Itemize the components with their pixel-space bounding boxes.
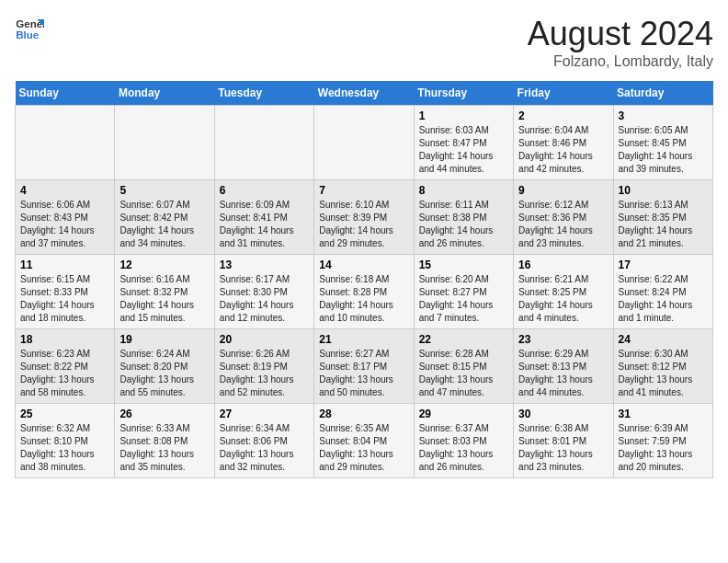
day-number: 9: [518, 184, 608, 197]
weekday-header-sunday: Sunday: [16, 81, 115, 106]
day-number: 14: [319, 259, 408, 271]
day-number: 22: [419, 333, 508, 346]
day-number: 6: [220, 184, 309, 197]
day-number: 18: [20, 333, 109, 346]
calendar-cell: 21Sunrise: 6:27 AM Sunset: 8:17 PM Dayli…: [314, 329, 414, 404]
calendar-cell: 29Sunrise: 6:37 AM Sunset: 8:03 PM Dayli…: [414, 404, 513, 478]
day-number: 10: [619, 184, 708, 197]
day-info: Sunrise: 6:30 AM Sunset: 8:12 PM Dayligh…: [619, 349, 693, 397]
calendar-cell: 16Sunrise: 6:21 AM Sunset: 8:25 PM Dayli…: [514, 255, 613, 329]
day-info: Sunrise: 6:32 AM Sunset: 8:10 PM Dayligh…: [20, 423, 95, 472]
weekday-header-wednesday: Wednesday: [314, 81, 414, 106]
day-info: Sunrise: 6:03 AM Sunset: 8:47 PM Dayligh…: [419, 125, 494, 174]
day-number: 20: [220, 333, 309, 346]
day-number: 1: [419, 109, 508, 122]
day-number: 5: [119, 184, 209, 197]
day-number: 3: [619, 109, 708, 122]
day-info: Sunrise: 6:24 AM Sunset: 8:20 PM Dayligh…: [119, 349, 194, 397]
calendar-cell: 30Sunrise: 6:38 AM Sunset: 8:01 PM Dayli…: [514, 404, 613, 478]
svg-text:Blue: Blue: [16, 29, 40, 40]
day-info: Sunrise: 6:33 AM Sunset: 8:08 PM Dayligh…: [119, 423, 194, 472]
logo: General Blue: [15, 15, 44, 44]
page-header: General Blue August 2024 Folzano, Lombar…: [15, 15, 713, 70]
day-info: Sunrise: 6:17 AM Sunset: 8:30 PM Dayligh…: [220, 274, 294, 323]
calendar-cell: 10Sunrise: 6:13 AM Sunset: 8:35 PM Dayli…: [613, 180, 712, 255]
day-number: 25: [20, 408, 109, 420]
calendar-cell: 8Sunrise: 6:11 AM Sunset: 8:38 PM Daylig…: [414, 180, 513, 255]
calendar-cell: 28Sunrise: 6:35 AM Sunset: 8:04 PM Dayli…: [314, 404, 414, 478]
calendar-cell: 25Sunrise: 6:32 AM Sunset: 8:10 PM Dayli…: [16, 404, 115, 478]
day-info: Sunrise: 6:10 AM Sunset: 8:39 PM Dayligh…: [319, 200, 393, 248]
calendar-cell: 9Sunrise: 6:12 AM Sunset: 8:36 PM Daylig…: [514, 180, 613, 255]
day-info: Sunrise: 6:11 AM Sunset: 8:38 PM Dayligh…: [419, 200, 494, 248]
day-number: 24: [619, 333, 708, 346]
day-info: Sunrise: 6:34 AM Sunset: 8:06 PM Dayligh…: [220, 423, 294, 472]
calendar-table: SundayMondayTuesdayWednesdayThursdayFrid…: [15, 81, 713, 478]
day-info: Sunrise: 6:39 AM Sunset: 7:59 PM Dayligh…: [619, 423, 693, 472]
calendar-cell: [314, 106, 414, 180]
calendar-cell: 4Sunrise: 6:06 AM Sunset: 8:43 PM Daylig…: [16, 180, 115, 255]
month-title: August 2024: [528, 15, 713, 53]
calendar-cell: 15Sunrise: 6:20 AM Sunset: 8:27 PM Dayli…: [414, 255, 513, 329]
day-info: Sunrise: 6:28 AM Sunset: 8:15 PM Dayligh…: [419, 349, 494, 397]
day-info: Sunrise: 6:22 AM Sunset: 8:24 PM Dayligh…: [619, 274, 693, 323]
week-row-2: 4Sunrise: 6:06 AM Sunset: 8:43 PM Daylig…: [16, 180, 713, 255]
day-info: Sunrise: 6:16 AM Sunset: 8:32 PM Dayligh…: [119, 274, 194, 323]
day-info: Sunrise: 6:27 AM Sunset: 8:17 PM Dayligh…: [319, 349, 393, 397]
calendar-cell: [115, 106, 214, 180]
day-info: Sunrise: 6:06 AM Sunset: 8:43 PM Dayligh…: [20, 200, 95, 248]
day-info: Sunrise: 6:15 AM Sunset: 8:33 PM Dayligh…: [20, 274, 95, 323]
week-row-5: 25Sunrise: 6:32 AM Sunset: 8:10 PM Dayli…: [16, 404, 713, 478]
day-info: Sunrise: 6:38 AM Sunset: 8:01 PM Dayligh…: [518, 423, 593, 472]
day-info: Sunrise: 6:05 AM Sunset: 8:45 PM Dayligh…: [619, 125, 693, 174]
day-info: Sunrise: 6:29 AM Sunset: 8:13 PM Dayligh…: [518, 349, 593, 397]
day-info: Sunrise: 6:09 AM Sunset: 8:41 PM Dayligh…: [220, 200, 294, 248]
day-info: Sunrise: 6:13 AM Sunset: 8:35 PM Dayligh…: [619, 200, 693, 248]
weekday-header-monday: Monday: [115, 81, 214, 106]
day-number: 2: [518, 109, 608, 122]
calendar-cell: 6Sunrise: 6:09 AM Sunset: 8:41 PM Daylig…: [214, 180, 313, 255]
day-info: Sunrise: 6:23 AM Sunset: 8:22 PM Dayligh…: [20, 349, 95, 397]
day-number: 19: [119, 333, 209, 346]
day-info: Sunrise: 6:26 AM Sunset: 8:19 PM Dayligh…: [220, 349, 294, 397]
day-info: Sunrise: 6:37 AM Sunset: 8:03 PM Dayligh…: [419, 423, 494, 472]
day-info: Sunrise: 6:21 AM Sunset: 8:25 PM Dayligh…: [518, 274, 593, 323]
day-number: 29: [419, 408, 508, 420]
day-info: Sunrise: 6:35 AM Sunset: 8:04 PM Dayligh…: [319, 423, 393, 472]
day-info: Sunrise: 6:18 AM Sunset: 8:28 PM Dayligh…: [319, 274, 393, 323]
calendar-cell: 2Sunrise: 6:04 AM Sunset: 8:46 PM Daylig…: [514, 106, 613, 180]
day-number: 23: [518, 333, 608, 346]
location: Folzano, Lombardy, Italy: [528, 53, 713, 70]
day-number: 31: [619, 408, 708, 420]
day-number: 26: [119, 408, 209, 420]
day-number: 8: [419, 184, 508, 197]
week-row-1: 1Sunrise: 6:03 AM Sunset: 8:47 PM Daylig…: [16, 106, 713, 180]
calendar-cell: 24Sunrise: 6:30 AM Sunset: 8:12 PM Dayli…: [613, 329, 712, 404]
day-number: 16: [518, 259, 608, 271]
week-row-4: 18Sunrise: 6:23 AM Sunset: 8:22 PM Dayli…: [16, 329, 713, 404]
calendar-cell: 19Sunrise: 6:24 AM Sunset: 8:20 PM Dayli…: [115, 329, 214, 404]
day-info: Sunrise: 6:07 AM Sunset: 8:42 PM Dayligh…: [119, 200, 194, 248]
day-info: Sunrise: 6:20 AM Sunset: 8:27 PM Dayligh…: [419, 274, 494, 323]
calendar-cell: 7Sunrise: 6:10 AM Sunset: 8:39 PM Daylig…: [314, 180, 414, 255]
weekday-header-row: SundayMondayTuesdayWednesdayThursdayFrid…: [16, 81, 713, 106]
logo-icon: General Blue: [15, 15, 44, 44]
calendar-cell: 12Sunrise: 6:16 AM Sunset: 8:32 PM Dayli…: [115, 255, 214, 329]
calendar-cell: 18Sunrise: 6:23 AM Sunset: 8:22 PM Dayli…: [16, 329, 115, 404]
day-number: 17: [619, 259, 708, 271]
calendar-cell: 14Sunrise: 6:18 AM Sunset: 8:28 PM Dayli…: [314, 255, 414, 329]
day-number: 11: [20, 259, 109, 271]
calendar-cell: 13Sunrise: 6:17 AM Sunset: 8:30 PM Dayli…: [214, 255, 313, 329]
day-number: 13: [220, 259, 309, 271]
weekday-header-friday: Friday: [514, 81, 613, 106]
day-info: Sunrise: 6:12 AM Sunset: 8:36 PM Dayligh…: [518, 200, 593, 248]
calendar-cell: 26Sunrise: 6:33 AM Sunset: 8:08 PM Dayli…: [115, 404, 214, 478]
calendar-cell: 27Sunrise: 6:34 AM Sunset: 8:06 PM Dayli…: [214, 404, 313, 478]
calendar-cell: 11Sunrise: 6:15 AM Sunset: 8:33 PM Dayli…: [16, 255, 115, 329]
calendar-cell: 5Sunrise: 6:07 AM Sunset: 8:42 PM Daylig…: [115, 180, 214, 255]
day-number: 12: [119, 259, 209, 271]
day-number: 7: [319, 184, 408, 197]
calendar-cell: 1Sunrise: 6:03 AM Sunset: 8:47 PM Daylig…: [414, 106, 513, 180]
title-block: August 2024 Folzano, Lombardy, Italy: [528, 15, 713, 70]
calendar-cell: 23Sunrise: 6:29 AM Sunset: 8:13 PM Dayli…: [514, 329, 613, 404]
